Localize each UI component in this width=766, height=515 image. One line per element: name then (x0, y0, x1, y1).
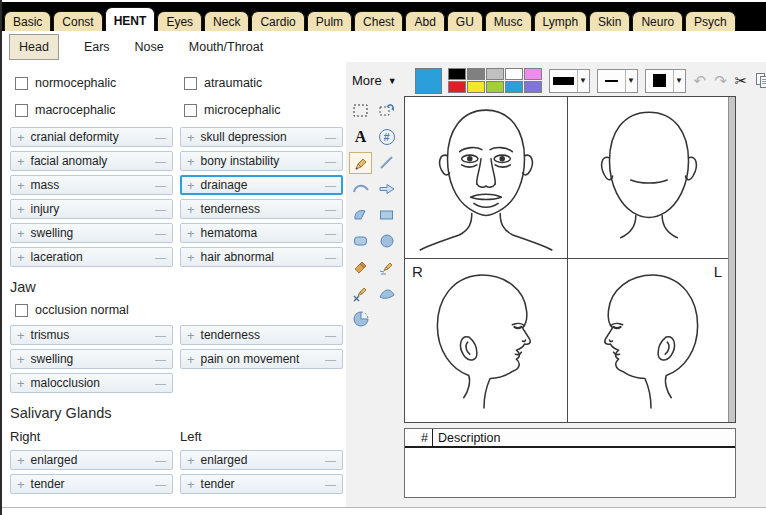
plus-icon[interactable]: + (187, 154, 195, 169)
dropdown-arrow-icon[interactable]: ▼ (577, 70, 589, 92)
palette-swatch-green[interactable] (486, 81, 504, 93)
finding-facial-anomaly[interactable]: + facial anomaly — (10, 151, 173, 171)
palette-swatch-blue[interactable] (505, 81, 523, 93)
minus-icon[interactable]: — (155, 329, 166, 341)
palette-swatch-black[interactable] (448, 68, 466, 80)
plus-icon[interactable]: + (17, 376, 25, 391)
minus-icon[interactable]: — (155, 454, 166, 466)
minus-icon[interactable]: — (325, 227, 336, 239)
minus-icon[interactable]: — (325, 203, 336, 215)
redo-icon[interactable]: ↷ (714, 72, 727, 90)
plus-icon[interactable]: + (187, 178, 195, 193)
plus-icon[interactable]: + (17, 154, 25, 169)
plus-icon[interactable]: + (187, 352, 195, 367)
plus-icon[interactable]: + (17, 202, 25, 217)
finding-hair-abnormal[interactable]: + hair abnormal — (180, 247, 343, 267)
arrow-tool-icon[interactable] (375, 178, 398, 200)
subtab-ears[interactable]: Ears (84, 38, 110, 56)
plus-icon[interactable]: + (17, 130, 25, 145)
palette-swatch-silver[interactable] (486, 68, 504, 80)
arc-tool-icon[interactable] (349, 178, 372, 200)
checkbox-box[interactable] (184, 77, 197, 90)
minus-icon[interactable]: — (155, 179, 166, 191)
jaw-swelling[interactable]: + swelling — (10, 349, 173, 369)
tab-musc[interactable]: Musc (485, 11, 532, 31)
jaw-trismus[interactable]: + trismus — (10, 325, 173, 345)
minus-icon[interactable]: — (155, 155, 166, 167)
plus-icon[interactable]: + (187, 202, 195, 217)
curve-fill-tool-icon[interactable] (375, 282, 398, 304)
fill-style-dropdown[interactable]: ▼ (645, 69, 686, 93)
jaw-pain-on-movement[interactable]: + pain on movement — (180, 349, 343, 369)
checkbox-microcephalic[interactable]: microcephalic (184, 103, 343, 117)
plus-icon[interactable]: + (187, 250, 195, 265)
text-tool-icon[interactable]: A (349, 126, 372, 148)
salivary-right-enlarged[interactable]: + enlarged — (10, 450, 173, 470)
pencil-tool-icon[interactable] (349, 152, 372, 174)
tab-neuro[interactable]: Neuro (632, 11, 683, 31)
palette-swatch-red[interactable] (448, 81, 466, 93)
finding-tenderness[interactable]: + tenderness — (180, 199, 343, 219)
tab-abd[interactable]: Abd (405, 11, 444, 31)
tab-basic[interactable]: Basic (4, 11, 51, 31)
jaw-malocclusion[interactable]: + malocclusion — (10, 373, 173, 393)
checkbox-normocephalic[interactable]: normocephalic (15, 76, 184, 90)
cut-icon[interactable]: ✂ (735, 72, 748, 90)
tab-gu[interactable]: GU (447, 11, 483, 31)
subtab-head[interactable]: Head (9, 34, 59, 60)
checkbox-box[interactable] (15, 304, 28, 317)
minus-icon[interactable]: — (325, 454, 336, 466)
minus-icon[interactable]: — (325, 478, 336, 490)
freehand-tool-icon[interactable] (375, 256, 398, 278)
plus-icon[interactable]: + (17, 328, 25, 343)
erase-tool-icon[interactable] (349, 282, 372, 304)
plus-icon[interactable]: + (17, 178, 25, 193)
palette-swatch-gray[interactable] (467, 68, 485, 80)
finding-swelling[interactable]: + swelling — (10, 223, 173, 243)
more-dropdown[interactable]: More ▼ (352, 73, 397, 88)
rounded-rectangle-tool-icon[interactable] (349, 230, 372, 252)
minus-icon[interactable]: — (155, 251, 166, 263)
plus-icon[interactable]: + (187, 328, 195, 343)
tab-psych[interactable]: Psych (685, 11, 736, 31)
highlighter-tool-icon[interactable] (349, 256, 372, 278)
minus-icon[interactable]: — (155, 203, 166, 215)
palette-swatch-violet[interactable] (524, 68, 542, 80)
minus-icon[interactable]: — (325, 353, 336, 365)
line-tool-icon[interactable] (375, 152, 398, 174)
checkbox-box[interactable] (184, 104, 197, 117)
plus-icon[interactable]: + (187, 226, 195, 241)
copy-icon[interactable] (756, 73, 766, 89)
finding-mass[interactable]: + mass — (10, 175, 173, 195)
finding-hematoma[interactable]: + hematoma — (180, 223, 343, 243)
finding-skull-depression[interactable]: + skull depression — (180, 127, 343, 147)
finding-laceration[interactable]: + laceration — (10, 247, 173, 267)
select-rectangle-tool-icon[interactable] (349, 100, 372, 122)
plus-icon[interactable]: + (187, 477, 195, 492)
line-width-dropdown[interactable]: ▼ (549, 69, 590, 93)
canvas-scrollbar[interactable] (728, 97, 735, 422)
polygon-tool-icon[interactable] (349, 204, 372, 226)
tab-lymph[interactable]: Lymph (534, 11, 588, 31)
checkbox-box[interactable] (15, 77, 28, 90)
plus-icon[interactable]: + (17, 477, 25, 492)
jaw-tenderness[interactable]: + tenderness — (180, 325, 343, 345)
tab-pulm[interactable]: Pulm (307, 11, 352, 31)
tab-eyes[interactable]: Eyes (157, 11, 202, 31)
plus-icon[interactable]: + (187, 130, 195, 145)
minus-icon[interactable]: — (325, 131, 336, 143)
minus-icon[interactable]: — (325, 179, 336, 191)
minus-icon[interactable]: — (155, 131, 166, 143)
tab-cardio[interactable]: Cardio (251, 11, 304, 31)
subtab-mouth-throat[interactable]: Mouth/Throat (189, 38, 263, 56)
palette-swatch-purple[interactable] (524, 81, 542, 93)
rectangle-tool-icon[interactable] (375, 204, 398, 226)
minus-icon[interactable]: — (155, 377, 166, 389)
plus-icon[interactable]: + (17, 352, 25, 367)
ellipse-tool-icon[interactable] (375, 230, 398, 252)
number-label-tool-icon[interactable]: # (375, 126, 398, 148)
subtab-nose[interactable]: Nose (135, 38, 164, 56)
select-rotate-tool-icon[interactable] (375, 100, 398, 122)
checkbox-box[interactable] (15, 104, 28, 117)
tab-chest[interactable]: Chest (354, 11, 403, 31)
